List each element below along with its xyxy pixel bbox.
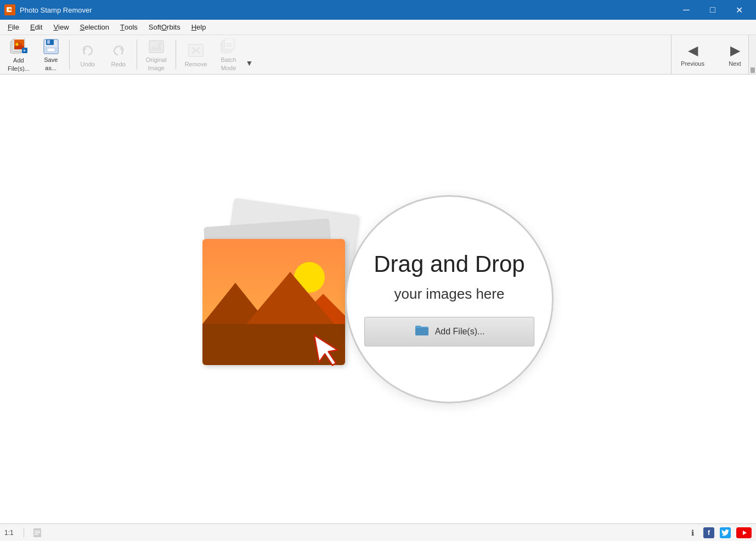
- batch-mode-label-line1: Batch: [221, 56, 236, 63]
- menu-bar: File Edit View Selection Tools SoftOrbit…: [0, 20, 756, 35]
- menu-softorbits[interactable]: SoftOrbits: [143, 20, 186, 35]
- svg-rect-37: [35, 534, 38, 535]
- zoom-level: 1:1: [4, 529, 14, 537]
- toolbar-separator-3: [176, 39, 176, 70]
- remove-button[interactable]: Remove: [179, 37, 213, 72]
- drop-zone-circle: Drag and Drop your images here Add File(…: [345, 195, 554, 403]
- main-content: Drag and Drop your images here Add File(…: [0, 75, 756, 523]
- original-image-label-line1: Original: [146, 56, 167, 63]
- save-as-label-line2: as...: [45, 65, 57, 71]
- menu-selection[interactable]: Selection: [75, 20, 115, 35]
- svg-rect-17: [47, 48, 55, 52]
- undo-icon: [79, 42, 97, 59]
- toolbar-separator-2: [137, 39, 137, 70]
- add-files-btn[interactable]: Add File(s)...: [364, 317, 534, 346]
- previous-arrow-icon: ◀: [688, 43, 698, 58]
- svg-rect-15: [47, 40, 50, 44]
- window-controls: ─ □ ✕: [674, 0, 752, 20]
- twitter-icon[interactable]: [720, 527, 731, 538]
- svg-point-3: [8, 9, 9, 10]
- remove-label: Remove: [185, 61, 207, 67]
- svg-text:+: +: [23, 48, 26, 53]
- add-files-label-line2: File(s)...: [8, 65, 30, 72]
- save-as-label-line1: Save: [44, 56, 58, 63]
- next-arrow-icon: ▶: [730, 43, 740, 58]
- menu-edit[interactable]: Edit: [25, 20, 48, 35]
- svg-rect-35: [35, 531, 40, 532]
- save-as-button[interactable]: Save as...: [36, 37, 66, 72]
- app-icon: [4, 4, 15, 15]
- drag-drop-text-line1: Drag and Drop: [374, 252, 524, 277]
- previous-button[interactable]: ◀ Previous: [672, 35, 714, 74]
- minimize-button[interactable]: ─: [674, 0, 699, 20]
- add-files-icon: +: [10, 38, 27, 55]
- batch-mode-icon: [220, 38, 238, 55]
- close-button[interactable]: ✕: [726, 0, 752, 20]
- facebook-icon[interactable]: f: [703, 527, 714, 538]
- youtube-icon[interactable]: [736, 527, 752, 538]
- toolbar-scrollbar: [748, 35, 756, 74]
- svg-point-20: [158, 42, 161, 45]
- original-image-icon: [148, 38, 165, 55]
- toolbar-dropdown-arrow[interactable]: ▼: [245, 37, 255, 72]
- drop-zone-area: Drag and Drop your images here Add File(…: [202, 195, 554, 403]
- info-icon[interactable]: ℹ: [687, 527, 698, 538]
- next-label: Next: [729, 60, 741, 67]
- redo-button[interactable]: Redo: [104, 37, 133, 72]
- undo-label: Undo: [81, 61, 95, 67]
- page-icon: [32, 528, 43, 538]
- nav-panel: ◀ Previous ▶ Next: [671, 35, 756, 74]
- scrollbar-thumb: [751, 67, 755, 73]
- menu-view[interactable]: View: [48, 20, 74, 35]
- original-image-label-line2: Image: [148, 65, 165, 71]
- previous-label: Previous: [681, 60, 704, 67]
- batch-mode-label-line2: Mode: [221, 65, 236, 71]
- toolbar-separator-1: [69, 39, 70, 70]
- remove-icon: [187, 42, 205, 59]
- maximize-button[interactable]: □: [700, 0, 725, 20]
- redo-icon: [110, 42, 127, 59]
- menu-help[interactable]: Help: [186, 20, 212, 35]
- drag-drop-text-line2: your images here: [394, 286, 505, 303]
- undo-button[interactable]: Undo: [73, 37, 103, 72]
- menu-tools[interactable]: Tools: [115, 20, 143, 35]
- svg-rect-36: [35, 532, 40, 533]
- folder-icon: [414, 323, 430, 340]
- save-as-icon: [42, 38, 60, 55]
- add-files-label-line1: Add: [13, 57, 24, 64]
- redo-label: Redo: [111, 61, 126, 67]
- original-image-button[interactable]: Original Image: [140, 37, 172, 72]
- svg-marker-33: [314, 332, 340, 368]
- status-bar: 1:1 ℹ f: [0, 523, 756, 541]
- app-title: Photo Stamp Remover: [20, 6, 674, 14]
- toolbar: + Add File(s)... Save as...: [0, 35, 756, 75]
- svg-rect-18: [149, 41, 163, 53]
- add-files-button[interactable]: + Add File(s)...: [2, 37, 35, 72]
- title-bar: Photo Stamp Remover ─ □ ✕: [0, 0, 756, 20]
- batch-mode-button[interactable]: Batch Mode: [214, 37, 244, 72]
- add-files-btn-label: Add File(s)...: [435, 327, 485, 337]
- svg-point-9: [15, 43, 18, 45]
- status-divider-1: [24, 528, 24, 538]
- menu-file[interactable]: File: [2, 20, 25, 35]
